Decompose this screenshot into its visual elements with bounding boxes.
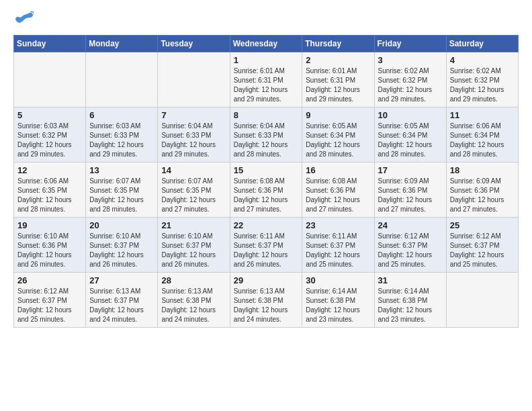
- weekday-header-saturday: Saturday: [446, 36, 518, 52]
- day-info: Sunrise: 6:11 AM Sunset: 6:37 PM Dayligh…: [306, 232, 370, 269]
- week-row-1: 1Sunrise: 6:01 AM Sunset: 6:31 PM Daylig…: [14, 52, 519, 107]
- calendar-cell: 13Sunrise: 6:07 AM Sunset: 6:35 PM Dayli…: [86, 163, 158, 218]
- calendar-cell: 6Sunrise: 6:03 AM Sunset: 6:33 PM Daylig…: [86, 107, 158, 163]
- day-info: Sunrise: 6:06 AM Sunset: 6:34 PM Dayligh…: [450, 122, 515, 159]
- calendar-cell: 16Sunrise: 6:08 AM Sunset: 6:36 PM Dayli…: [302, 163, 374, 218]
- weekday-header-tuesday: Tuesday: [158, 36, 230, 52]
- day-number: 1: [234, 55, 299, 65]
- weekday-header-row: SundayMondayTuesdayWednesdayThursdayFrid…: [14, 36, 519, 52]
- day-info: Sunrise: 6:03 AM Sunset: 6:33 PM Dayligh…: [89, 122, 154, 159]
- week-row-2: 5Sunrise: 6:03 AM Sunset: 6:32 PM Daylig…: [14, 107, 519, 163]
- day-number: 27: [89, 275, 154, 285]
- day-info: Sunrise: 6:12 AM Sunset: 6:37 PM Dayligh…: [17, 287, 82, 324]
- day-info: Sunrise: 6:08 AM Sunset: 6:36 PM Dayligh…: [306, 177, 370, 214]
- calendar-cell: 8Sunrise: 6:04 AM Sunset: 6:33 PM Daylig…: [230, 107, 302, 163]
- day-number: 2: [306, 55, 370, 65]
- day-info: Sunrise: 6:11 AM Sunset: 6:37 PM Dayligh…: [234, 232, 299, 269]
- weekday-header-sunday: Sunday: [14, 36, 86, 52]
- calendar-cell: 28Sunrise: 6:13 AM Sunset: 6:38 PM Dayli…: [158, 273, 230, 328]
- calendar-cell: 22Sunrise: 6:11 AM Sunset: 6:37 PM Dayli…: [230, 218, 302, 273]
- day-info: Sunrise: 6:05 AM Sunset: 6:34 PM Dayligh…: [306, 122, 370, 159]
- day-number: 29: [234, 275, 299, 285]
- calendar-cell: 7Sunrise: 6:04 AM Sunset: 6:33 PM Daylig…: [158, 107, 230, 163]
- calendar-cell: 19Sunrise: 6:10 AM Sunset: 6:36 PM Dayli…: [14, 218, 86, 273]
- calendar-cell: 10Sunrise: 6:05 AM Sunset: 6:34 PM Dayli…: [374, 107, 446, 163]
- day-number: 16: [306, 165, 370, 175]
- day-number: 12: [17, 165, 82, 175]
- calendar-cell: 9Sunrise: 6:05 AM Sunset: 6:34 PM Daylig…: [302, 107, 374, 163]
- day-number: 10: [378, 110, 443, 120]
- weekday-header-wednesday: Wednesday: [230, 36, 302, 52]
- calendar-cell: 23Sunrise: 6:11 AM Sunset: 6:37 PM Dayli…: [302, 218, 374, 273]
- calendar: SundayMondayTuesdayWednesdayThursdayFrid…: [13, 35, 519, 328]
- day-info: Sunrise: 6:13 AM Sunset: 6:37 PM Dayligh…: [89, 287, 154, 324]
- calendar-cell: 18Sunrise: 6:09 AM Sunset: 6:36 PM Dayli…: [446, 163, 518, 218]
- day-info: Sunrise: 6:13 AM Sunset: 6:38 PM Dayligh…: [161, 287, 226, 324]
- week-row-5: 26Sunrise: 6:12 AM Sunset: 6:37 PM Dayli…: [14, 273, 519, 328]
- weekday-header-thursday: Thursday: [302, 36, 374, 52]
- day-info: Sunrise: 6:02 AM Sunset: 6:32 PM Dayligh…: [378, 66, 443, 104]
- day-info: Sunrise: 6:09 AM Sunset: 6:36 PM Dayligh…: [450, 177, 515, 214]
- day-info: Sunrise: 6:12 AM Sunset: 6:37 PM Dayligh…: [450, 232, 515, 269]
- day-info: Sunrise: 6:13 AM Sunset: 6:38 PM Dayligh…: [234, 287, 299, 324]
- day-info: Sunrise: 6:07 AM Sunset: 6:35 PM Dayligh…: [89, 177, 154, 214]
- calendar-cell: [158, 52, 230, 107]
- weekday-header-friday: Friday: [374, 36, 446, 52]
- calendar-cell: 27Sunrise: 6:13 AM Sunset: 6:37 PM Dayli…: [86, 273, 158, 328]
- day-info: Sunrise: 6:08 AM Sunset: 6:36 PM Dayligh…: [234, 177, 299, 214]
- calendar-cell: [86, 52, 158, 107]
- calendar-cell: 21Sunrise: 6:10 AM Sunset: 6:37 PM Dayli…: [158, 218, 230, 273]
- day-info: Sunrise: 6:09 AM Sunset: 6:36 PM Dayligh…: [378, 177, 443, 214]
- day-number: 30: [306, 275, 370, 285]
- day-number: 21: [161, 220, 226, 230]
- calendar-cell: 2Sunrise: 6:01 AM Sunset: 6:31 PM Daylig…: [302, 52, 374, 107]
- logo: [13, 11, 35, 28]
- day-info: Sunrise: 6:01 AM Sunset: 6:31 PM Dayligh…: [234, 66, 299, 104]
- calendar-cell: 14Sunrise: 6:07 AM Sunset: 6:35 PM Dayli…: [158, 163, 230, 218]
- day-number: 6: [89, 110, 154, 120]
- day-number: 14: [161, 165, 226, 175]
- day-info: Sunrise: 6:10 AM Sunset: 6:37 PM Dayligh…: [89, 232, 154, 269]
- calendar-cell: 31Sunrise: 6:14 AM Sunset: 6:38 PM Dayli…: [374, 273, 446, 328]
- calendar-cell: 1Sunrise: 6:01 AM Sunset: 6:31 PM Daylig…: [230, 52, 302, 107]
- calendar-cell: [14, 52, 86, 107]
- day-number: 9: [306, 110, 370, 120]
- day-number: 11: [450, 110, 515, 120]
- day-number: 20: [89, 220, 154, 230]
- header: [13, 11, 519, 28]
- day-info: Sunrise: 6:04 AM Sunset: 6:33 PM Dayligh…: [234, 122, 299, 159]
- day-number: 25: [450, 220, 515, 230]
- page: SundayMondayTuesdayWednesdayThursdayFrid…: [0, 0, 532, 338]
- day-number: 24: [378, 220, 443, 230]
- day-info: Sunrise: 6:06 AM Sunset: 6:35 PM Dayligh…: [17, 177, 82, 214]
- calendar-cell: 15Sunrise: 6:08 AM Sunset: 6:36 PM Dayli…: [230, 163, 302, 218]
- day-number: 22: [234, 220, 299, 230]
- day-number: 23: [306, 220, 370, 230]
- day-info: Sunrise: 6:14 AM Sunset: 6:38 PM Dayligh…: [306, 287, 370, 324]
- day-number: 3: [378, 55, 443, 65]
- day-info: Sunrise: 6:04 AM Sunset: 6:33 PM Dayligh…: [161, 122, 226, 159]
- day-number: 8: [234, 110, 299, 120]
- day-info: Sunrise: 6:10 AM Sunset: 6:36 PM Dayligh…: [17, 232, 82, 269]
- day-info: Sunrise: 6:02 AM Sunset: 6:32 PM Dayligh…: [450, 66, 515, 104]
- day-info: Sunrise: 6:03 AM Sunset: 6:32 PM Dayligh…: [17, 122, 82, 159]
- week-row-4: 19Sunrise: 6:10 AM Sunset: 6:36 PM Dayli…: [14, 218, 519, 273]
- day-info: Sunrise: 6:05 AM Sunset: 6:34 PM Dayligh…: [378, 122, 443, 159]
- calendar-cell: 26Sunrise: 6:12 AM Sunset: 6:37 PM Dayli…: [14, 273, 86, 328]
- day-number: 18: [450, 165, 515, 175]
- day-info: Sunrise: 6:14 AM Sunset: 6:38 PM Dayligh…: [378, 287, 443, 324]
- day-info: Sunrise: 6:07 AM Sunset: 6:35 PM Dayligh…: [161, 177, 226, 214]
- calendar-cell: 20Sunrise: 6:10 AM Sunset: 6:37 PM Dayli…: [86, 218, 158, 273]
- calendar-cell: 17Sunrise: 6:09 AM Sunset: 6:36 PM Dayli…: [374, 163, 446, 218]
- day-number: 15: [234, 165, 299, 175]
- day-number: 5: [17, 110, 82, 120]
- day-info: Sunrise: 6:10 AM Sunset: 6:37 PM Dayligh…: [161, 232, 226, 269]
- calendar-cell: [446, 273, 518, 328]
- logo-bird-icon: [15, 11, 34, 26]
- calendar-cell: 25Sunrise: 6:12 AM Sunset: 6:37 PM Dayli…: [446, 218, 518, 273]
- day-number: 17: [378, 165, 443, 175]
- calendar-cell: 29Sunrise: 6:13 AM Sunset: 6:38 PM Dayli…: [230, 273, 302, 328]
- day-number: 7: [161, 110, 226, 120]
- day-number: 26: [17, 275, 82, 285]
- day-number: 19: [17, 220, 82, 230]
